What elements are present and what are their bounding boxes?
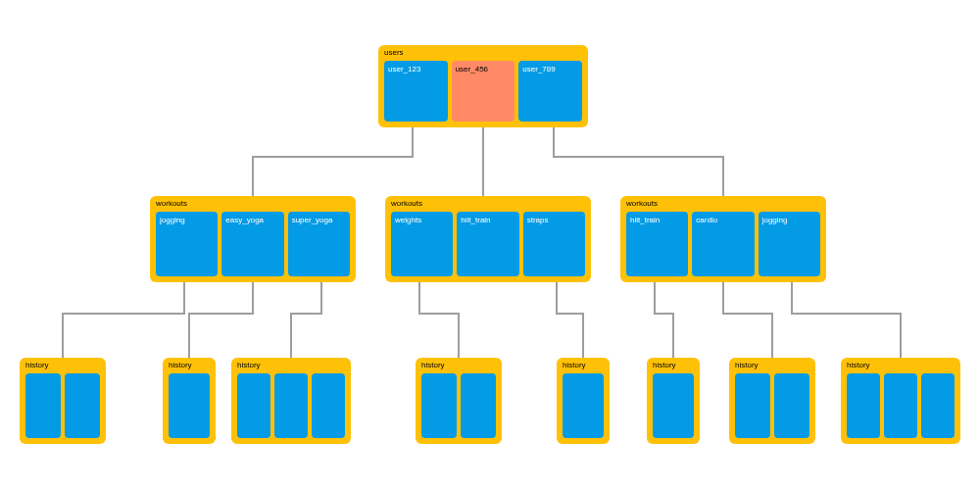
history-doc: [169, 373, 210, 438]
workouts-title-2: workouts: [626, 199, 658, 208]
workouts-title-1: workouts: [391, 199, 422, 208]
history-title: history: [169, 361, 192, 369]
users-title: users: [384, 48, 404, 57]
history-collection-1: history: [163, 358, 216, 444]
workout-doc: weights: [391, 212, 453, 276]
workout-doc: hiit_train: [626, 212, 688, 276]
history-doc: [237, 373, 270, 438]
history-doc: [274, 373, 308, 438]
workout-doc: cardio: [692, 212, 754, 276]
history-title: history: [25, 361, 49, 369]
user-doc-1: user_456: [452, 61, 515, 122]
workout-doc: jogging: [156, 212, 218, 276]
history-doc: [735, 373, 770, 438]
history-doc: [921, 373, 955, 438]
history-collection-0: history: [20, 358, 106, 444]
history-doc: [312, 373, 345, 438]
user-doc-2: user_789: [518, 61, 582, 122]
workout-doc: easy_yoga: [221, 212, 283, 276]
history-doc: [65, 373, 100, 438]
workout-doc: jogging: [759, 212, 820, 276]
workout-doc: hiit_train: [457, 212, 518, 276]
history-collection-7: history: [841, 358, 960, 444]
workouts-collection-2: workouts hiit_train cardio jogging: [620, 196, 826, 282]
history-collection-5: history: [647, 358, 700, 444]
history-doc: [653, 373, 694, 438]
diagram-stage: users user_123 user_456 user_789 workout…: [0, 0, 980, 490]
user-doc-0: user_123: [384, 61, 448, 122]
history-title: history: [237, 361, 261, 369]
history-doc: [461, 373, 496, 438]
workouts-collection-0: workouts jogging easy_yoga super_yoga: [150, 196, 356, 282]
history-title: history: [735, 361, 759, 369]
history-title: history: [563, 361, 586, 369]
history-doc: [563, 373, 604, 438]
history-doc: [884, 373, 917, 438]
workout-doc: super_yoga: [288, 212, 350, 276]
history-collection-2: history: [231, 358, 351, 444]
workouts-title-0: workouts: [156, 199, 187, 208]
history-collection-4: history: [557, 358, 610, 444]
history-doc: [25, 373, 61, 438]
history-title: history: [653, 361, 676, 369]
users-collection: users user_123 user_456 user_789: [378, 45, 588, 127]
history-title: history: [847, 361, 870, 369]
history-doc: [421, 373, 457, 438]
history-title: history: [421, 361, 445, 369]
history-doc: [847, 373, 880, 438]
workout-doc: straps: [523, 212, 585, 276]
history-doc: [774, 373, 809, 438]
history-collection-6: history: [729, 358, 815, 444]
workouts-collection-1: workouts weights hiit_train straps: [385, 196, 591, 282]
history-collection-3: history: [416, 358, 502, 444]
